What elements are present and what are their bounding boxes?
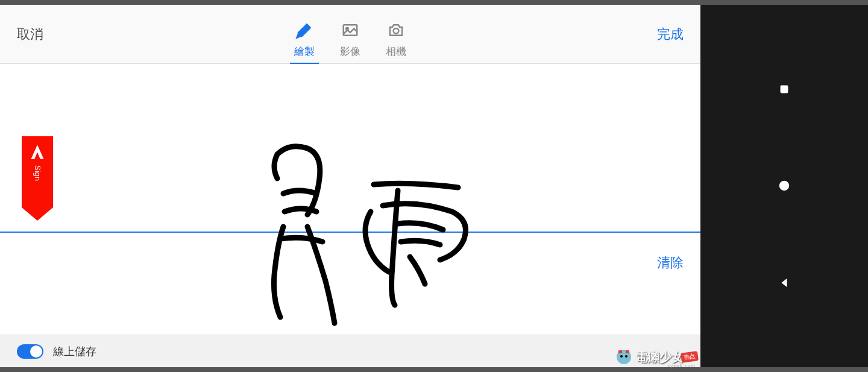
tab-label: 繪製 [294, 45, 315, 58]
dialog-header: 取消 繪製 影像 [0, 5, 700, 64]
dialog-footer: 線上儲存 電獺少女 热点 xyxnk.com [0, 335, 700, 367]
svg-rect-7 [626, 350, 629, 353]
signature-canvas[interactable]: Sign 清除 [0, 64, 700, 335]
watermark-badge: 热点 [681, 351, 699, 363]
nav-home-button[interactable] [776, 177, 793, 194]
cancel-button[interactable]: 取消 [17, 25, 43, 43]
handwritten-signature [241, 106, 506, 329]
svg-point-2 [394, 28, 399, 34]
nav-recent-button[interactable] [776, 81, 793, 98]
image-icon [341, 20, 360, 40]
pen-icon [295, 20, 314, 40]
clear-button[interactable]: 清除 [657, 254, 684, 272]
watermark-avatar-icon [615, 348, 633, 366]
svg-rect-8 [781, 86, 788, 93]
save-online-toggle[interactable] [17, 344, 43, 359]
tab-label: 相機 [386, 45, 406, 58]
svg-point-4 [620, 355, 623, 358]
tab-camera[interactable]: 相機 [382, 20, 410, 58]
badge-tail [22, 207, 53, 221]
badge-body: Sign [22, 136, 53, 207]
svg-rect-6 [618, 350, 622, 353]
input-method-tabs: 繪製 影像 相機 [290, 5, 410, 63]
badge-product-label: Sign [33, 165, 42, 181]
save-online-label: 線上儲存 [53, 344, 96, 359]
tab-draw[interactable]: 繪製 [290, 20, 319, 58]
done-button[interactable]: 完成 [657, 25, 684, 43]
watermark-subtext: xyxnk.com [667, 363, 696, 368]
adobe-sign-badge: Sign [22, 136, 53, 221]
camera-icon [386, 20, 406, 40]
watermark: 電獺少女 热点 xyxnk.com [615, 348, 698, 366]
adobe-logo-icon [29, 143, 46, 160]
svg-point-9 [779, 181, 790, 191]
tab-label: 影像 [340, 45, 360, 58]
svg-point-5 [625, 355, 627, 358]
nav-back-button[interactable] [776, 274, 793, 291]
signature-dialog: 取消 繪製 影像 [0, 5, 700, 367]
tab-image[interactable]: 影像 [336, 20, 365, 58]
android-nav-bar [700, 5, 868, 367]
